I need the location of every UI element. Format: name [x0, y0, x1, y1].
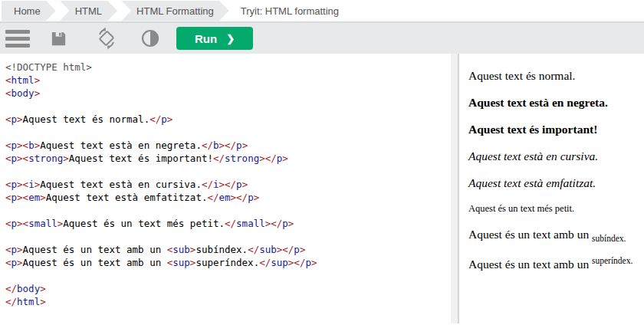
- code-token: p: [12, 218, 18, 229]
- code-token: >: [242, 179, 248, 190]
- code-line: <!DOCTYPE html>: [5, 61, 451, 74]
- output-paragraph: Aquest és un text amb un superíndex.: [468, 256, 635, 271]
- code-token: >: [259, 153, 265, 164]
- output-paragraph: Aquest text està en cursiva.: [468, 149, 635, 163]
- code-token: >: [17, 257, 23, 268]
- contrast-icon: [141, 29, 159, 48]
- code-token: >: [40, 296, 46, 307]
- code-line: <p>Aquest és un text amb un <sup>superín…: [5, 256, 451, 269]
- menu-icon: [4, 28, 31, 48]
- code-token: body: [12, 87, 34, 99]
- code-token: </: [207, 192, 219, 203]
- code-token: >: [63, 153, 69, 164]
- code-token: </: [294, 257, 305, 268]
- code-token: >: [167, 113, 173, 125]
- code-line: [5, 204, 451, 217]
- code-token: </: [5, 283, 17, 294]
- code-token: >: [17, 218, 23, 229]
- code-token: <!DOCTYPE html>: [5, 61, 92, 73]
- code-token: </: [150, 113, 161, 125]
- code-token: <: [5, 113, 12, 125]
- code-token: Aquest és un text amb un: [23, 244, 167, 255]
- output-paragraph: Aquest és un text amb un subíndex.: [468, 228, 635, 243]
- code-line: </html>: [5, 295, 451, 308]
- code-token: em: [28, 192, 40, 203]
- code-token: p: [294, 244, 300, 255]
- breadcrumb: HomeHTMLHTML Formatting Tryit: HTML form…: [0, 0, 644, 23]
- code-line: [5, 230, 451, 243]
- code-token: p: [305, 257, 311, 268]
- code-token: </: [5, 296, 17, 307]
- code-token: >: [282, 153, 288, 164]
- code-token: </: [202, 179, 213, 190]
- code-token: >: [300, 244, 306, 255]
- code-token: </: [225, 140, 236, 151]
- main-content: <!DOCTYPE html><html><body> <p>Aquest te…: [0, 54, 644, 323]
- code-line: <p><small>Aquest és un text més petit.</…: [5, 217, 451, 230]
- code-token: <: [23, 218, 29, 229]
- code-token: >: [288, 218, 294, 229]
- save-icon: [50, 30, 67, 48]
- code-line: <html>: [5, 74, 451, 87]
- code-token: >: [17, 113, 23, 125]
- breadcrumb-current-page: Tryit: HTML formatting: [241, 5, 339, 17]
- code-line: [5, 100, 451, 113]
- code-token: </: [282, 244, 294, 255]
- code-token: >: [242, 140, 248, 151]
- code-token: strong: [28, 153, 63, 164]
- code-line: <p>Aquest és un text amb un <sub>subínde…: [5, 243, 451, 256]
- code-token: sup: [172, 257, 190, 268]
- code-token: small: [236, 218, 265, 229]
- code-token: <: [5, 218, 12, 229]
- run-button[interactable]: Run ❯: [176, 27, 253, 50]
- pane-resize-handle[interactable]: [451, 54, 459, 323]
- toolbar: Run ❯: [0, 23, 644, 54]
- breadcrumb-item-home[interactable]: Home: [2, 1, 56, 21]
- code-line: [5, 269, 451, 282]
- code-token: p: [236, 179, 242, 190]
- code-editor[interactable]: <!DOCTYPE html><html><body> <p>Aquest te…: [0, 54, 451, 323]
- breadcrumb-item-html-formatting[interactable]: HTML Formatting: [121, 1, 229, 21]
- code-line: <p>Aquest text és normal.</p>: [5, 113, 451, 126]
- save-button[interactable]: [50, 30, 67, 48]
- output-paragraph: Aquest text està en negreta.: [468, 96, 635, 110]
- code-text: <!DOCTYPE html><html><body> <p>Aquest te…: [0, 54, 451, 308]
- change-orientation-button[interactable]: [95, 27, 118, 50]
- code-token: <: [5, 140, 12, 151]
- code-token: </: [213, 153, 225, 164]
- menu-button[interactable]: [4, 28, 31, 48]
- code-line: </body>: [5, 282, 451, 295]
- code-line: [5, 126, 451, 139]
- output-paragraph: Aquest és un text més petit.: [468, 203, 635, 215]
- code-token: Aquest text és important!: [69, 153, 213, 164]
- orientation-icon: [95, 27, 118, 50]
- code-line: [5, 165, 451, 178]
- result-output: Aquest text és normal.Aquest text està e…: [459, 54, 644, 323]
- code-token: >: [17, 179, 23, 190]
- code-token: >: [219, 179, 225, 190]
- output-paragraph: Aquest text és important!: [468, 123, 635, 136]
- code-token: </: [248, 244, 259, 255]
- code-token: >: [254, 192, 260, 203]
- code-token: >: [34, 74, 41, 86]
- code-token: p: [12, 244, 18, 255]
- output-supscript-text: superíndex.: [592, 256, 632, 265]
- code-token: Aquest és un text més petit.: [63, 218, 225, 229]
- code-token: <: [23, 179, 29, 190]
- code-token: Aquest text està en negreta.: [40, 140, 202, 151]
- code-token: p: [236, 140, 242, 151]
- code-line: <body>: [5, 87, 451, 100]
- code-token: </: [265, 153, 277, 164]
- code-token: </: [236, 192, 248, 203]
- code-token: p: [248, 192, 254, 203]
- code-line: <p><b>Aquest text està en negreta.</b></…: [5, 139, 451, 152]
- code-token: >: [17, 153, 23, 164]
- code-token: superíndex.: [196, 257, 259, 268]
- breadcrumb-item-html[interactable]: HTML: [60, 1, 117, 21]
- dark-mode-button[interactable]: [141, 29, 159, 48]
- code-token: </: [259, 257, 271, 268]
- output-paragraph: Aquest text està emfatitzat.: [468, 176, 635, 190]
- code-token: <: [5, 87, 12, 99]
- code-token: i: [28, 179, 34, 190]
- code-token: >: [34, 87, 41, 99]
